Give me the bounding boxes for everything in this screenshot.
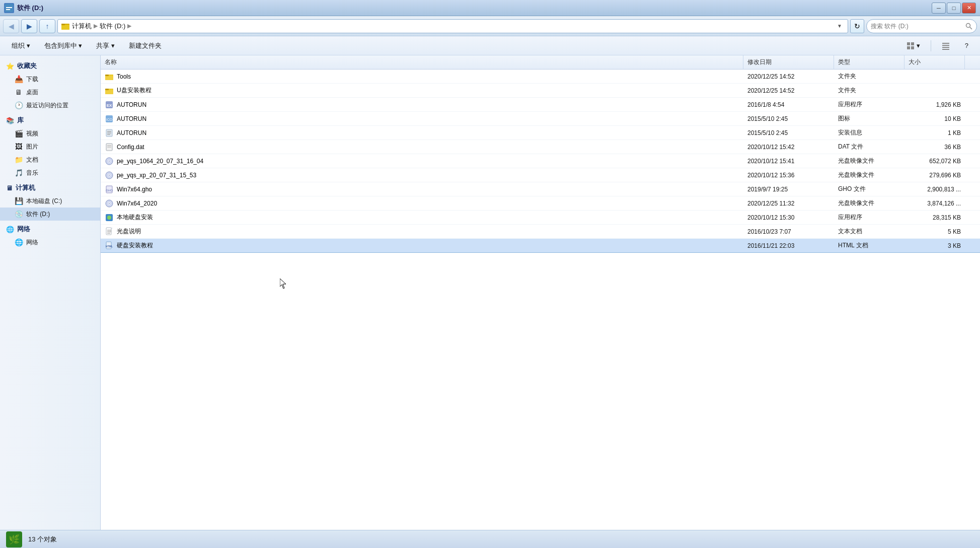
col-name[interactable]: 名称 bbox=[101, 55, 743, 69]
svg-rect-11 bbox=[911, 46, 914, 49]
organize-button[interactable]: 组织 ▾ bbox=[5, 38, 37, 53]
file-modified: 2020/12/25 14:52 bbox=[743, 73, 834, 80]
file-type: HTML 文档 bbox=[834, 241, 904, 250]
address-bar[interactable]: 计算机 ▶ 软件 (D:) ▶ ▼ bbox=[57, 19, 848, 33]
file-name: AUTORUN bbox=[117, 115, 146, 122]
table-row[interactable]: Tools 2020/12/25 14:52 文件夹 bbox=[101, 70, 980, 84]
table-row[interactable]: pe_yqs_1064_20_07_31_16_04 2020/10/12 15… bbox=[101, 154, 980, 168]
file-type: DAT 文件 bbox=[834, 143, 904, 151]
refresh-button[interactable]: ↻ bbox=[850, 19, 864, 33]
breadcrumb-computer[interactable]: 计算机 bbox=[72, 22, 92, 31]
file-modified: 2020/12/25 14:52 bbox=[743, 87, 834, 94]
table-row[interactable]: 光盘说明 2016/10/23 7:07 文本文档 5 KB bbox=[101, 225, 980, 239]
navbar: ◀ ▶ ↑ 计算机 ▶ 软件 (D:) ▶ ▼ ↻ bbox=[0, 16, 980, 36]
address-dropdown[interactable]: ▼ bbox=[835, 21, 845, 31]
file-size: 10 KB bbox=[904, 115, 965, 122]
network-header[interactable]: 🌐 网络 bbox=[0, 223, 100, 236]
svg-rect-8 bbox=[907, 42, 910, 45]
library-button[interactable]: 包含到库中 ▾ bbox=[38, 38, 89, 53]
maximize-button[interactable]: □ bbox=[947, 3, 961, 14]
file-type: 光盘映像文件 bbox=[834, 199, 904, 208]
table-row[interactable]: Win7x64_2020 2020/12/25 11:32 光盘映像文件 3,8… bbox=[101, 196, 980, 211]
music-icon: 🎵 bbox=[14, 168, 23, 177]
details-view-button[interactable] bbox=[935, 38, 956, 53]
file-size: 36 KB bbox=[904, 144, 965, 151]
svg-point-6 bbox=[966, 23, 970, 27]
col-modified[interactable]: 修改日期 bbox=[743, 55, 834, 69]
file-list: Tools 2020/12/25 14:52 文件夹 U盘安装教程 2020/1… bbox=[101, 70, 980, 530]
toolbar-right: ▾ ? bbox=[900, 38, 975, 53]
table-row[interactable]: 本地硬盘安装 2020/10/12 15:30 应用程序 28,315 KB bbox=[101, 211, 980, 225]
up-button[interactable]: ↑ bbox=[39, 19, 55, 33]
file-modified: 2020/10/12 15:42 bbox=[743, 144, 834, 151]
file-name: pe_yqs_1064_20_07_31_16_04 bbox=[117, 158, 203, 165]
table-row[interactable]: U盘安装教程 2020/12/25 14:52 文件夹 bbox=[101, 84, 980, 98]
file-type: 文本文档 bbox=[834, 227, 904, 236]
help-button[interactable]: ? bbox=[958, 38, 975, 53]
file-type: 应用程序 bbox=[834, 213, 904, 222]
computer-header[interactable]: 🖥 计算机 bbox=[0, 181, 100, 194]
breadcrumb-drive[interactable]: 软件 (D:) bbox=[100, 22, 125, 31]
titlebar-left: 软件 (D:) bbox=[4, 3, 43, 13]
svg-text:ICO: ICO bbox=[106, 118, 113, 121]
file-type: 应用程序 bbox=[834, 100, 904, 109]
file-name: AUTORUN bbox=[117, 129, 146, 136]
file-name-cell: pe_yqs_xp_20_07_31_15_53 bbox=[101, 171, 743, 180]
minimize-button[interactable]: ─ bbox=[932, 3, 946, 14]
table-row[interactable]: ICO AUTORUN 2015/5/10 2:45 图标 10 KB bbox=[101, 112, 980, 126]
file-name-cell: Config.dat bbox=[101, 143, 743, 152]
table-row[interactable]: EX AUTORUN 2016/1/8 4:54 应用程序 1,926 KB bbox=[101, 98, 980, 112]
col-size[interactable]: 大小 bbox=[904, 55, 965, 69]
sidebar-item-pictures[interactable]: 🖼 图片 bbox=[0, 140, 100, 153]
file-name-cell: ICO AUTORUN bbox=[101, 114, 743, 123]
table-row[interactable]: AUTORUN 2015/5/10 2:45 安装信息 1 KB bbox=[101, 126, 980, 140]
table-row[interactable]: Config.dat 2020/10/12 15:42 DAT 文件 36 KB bbox=[101, 140, 980, 154]
forward-button[interactable]: ▶ bbox=[21, 19, 37, 33]
file-name: Tools bbox=[117, 73, 131, 80]
table-row[interactable]: HTML 硬盘安装教程 2016/11/21 22:03 HTML 文档 3 K… bbox=[101, 239, 980, 253]
back-button[interactable]: ◀ bbox=[3, 19, 19, 33]
sidebar-item-music[interactable]: 🎵 音乐 bbox=[0, 166, 100, 179]
file-icon-exe_color bbox=[105, 213, 114, 222]
libraries-header[interactable]: 📚 库 bbox=[0, 114, 100, 127]
file-icon-inf bbox=[105, 128, 114, 138]
file-icon-dat bbox=[105, 143, 114, 152]
column-header: 名称 修改日期 类型 大小 bbox=[101, 55, 980, 70]
file-name-cell: Tools bbox=[101, 72, 743, 81]
sidebar-item-recent[interactable]: 🕐 最近访问的位置 bbox=[0, 99, 100, 112]
share-button[interactable]: 共享 ▾ bbox=[90, 38, 121, 53]
new-folder-button[interactable]: 新建文件夹 bbox=[122, 38, 168, 53]
file-icon-txt bbox=[105, 227, 114, 236]
table-row[interactable]: GHO Win7x64.gho 2019/9/7 19:25 GHO 文件 2,… bbox=[101, 182, 980, 196]
sidebar-item-downloads[interactable]: 📥 下载 bbox=[0, 73, 100, 86]
svg-line-7 bbox=[970, 27, 972, 29]
col-type[interactable]: 类型 bbox=[834, 55, 904, 69]
sidebar-item-videos[interactable]: 🎬 视频 bbox=[0, 127, 100, 140]
search-input[interactable] bbox=[871, 23, 963, 30]
titlebar-controls: ─ □ ✕ bbox=[932, 3, 976, 14]
close-button[interactable]: ✕ bbox=[962, 3, 976, 14]
sidebar-item-desktop[interactable]: 🖥 桌面 bbox=[0, 86, 100, 99]
views-button[interactable]: ▾ bbox=[900, 38, 927, 53]
recent-icon: 🕐 bbox=[14, 101, 23, 110]
file-size: 652,072 KB bbox=[904, 158, 965, 165]
statusbar-icon: 🌿 bbox=[6, 531, 22, 547]
network-section: 🌐 网络 🌐 网络 bbox=[0, 223, 100, 249]
file-size: 2,900,813 ... bbox=[904, 186, 965, 193]
sidebar-item-network[interactable]: 🌐 网络 bbox=[0, 236, 100, 249]
file-size: 1,926 KB bbox=[904, 101, 965, 108]
sidebar-item-documents[interactable]: 📁 文档 bbox=[0, 153, 100, 166]
svg-point-48 bbox=[107, 216, 111, 220]
sidebar-item-c-drive[interactable]: 💾 本地磁盘 (C:) bbox=[0, 194, 100, 208]
libraries-section: 📚 库 🎬 视频 🖼 图片 📁 文档 🎵 音乐 bbox=[0, 114, 100, 179]
downloads-icon: 📥 bbox=[14, 75, 23, 84]
d-drive-icon: 💿 bbox=[14, 210, 23, 219]
file-name: AUTORUN bbox=[117, 101, 146, 108]
table-row[interactable]: pe_yqs_xp_20_07_31_15_53 2020/10/12 15:3… bbox=[101, 168, 980, 182]
file-size: 1 KB bbox=[904, 129, 965, 136]
favorites-header[interactable]: ⭐ 收藏夹 bbox=[0, 59, 100, 73]
sidebar-item-d-drive[interactable]: 💿 软件 (D:) bbox=[0, 208, 100, 221]
search-bar[interactable] bbox=[866, 19, 977, 33]
file-icon-iso bbox=[105, 171, 114, 180]
file-icon-exe: EX bbox=[105, 100, 114, 109]
